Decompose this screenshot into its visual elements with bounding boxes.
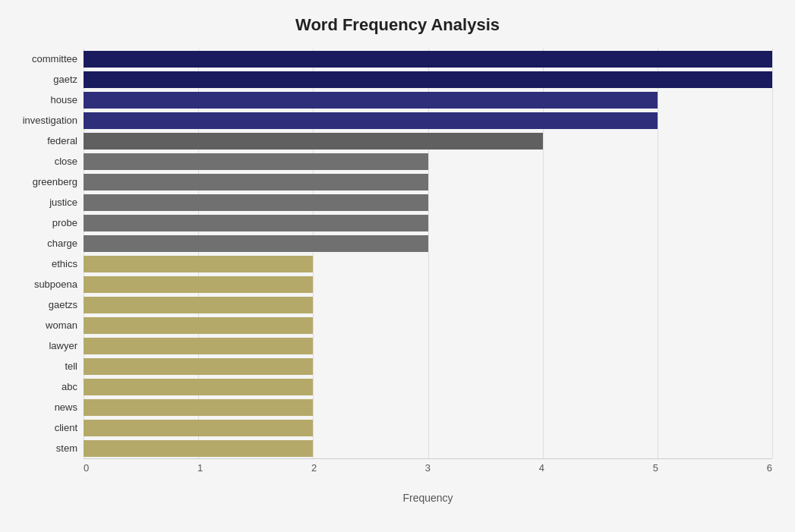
bar bbox=[84, 440, 313, 457]
bar-row: greenberg bbox=[84, 172, 772, 192]
bar-row: probe bbox=[84, 212, 772, 233]
bar-label: greenberg bbox=[5, 176, 77, 187]
x-axis-labels: 0123456 bbox=[84, 459, 772, 474]
chart-container: Word Frequency Analysis committeegaetzho… bbox=[0, 0, 795, 532]
bar-label: woman bbox=[5, 320, 77, 331]
bar bbox=[84, 379, 313, 395]
bar bbox=[84, 420, 313, 436]
bar-row: federal bbox=[84, 131, 772, 151]
bar bbox=[84, 256, 313, 272]
bar-label: subpoena bbox=[5, 279, 77, 290]
bar-row: abc bbox=[84, 376, 772, 397]
bar bbox=[84, 358, 313, 375]
bar-row: stem bbox=[84, 438, 772, 458]
bar-row: gaetzs bbox=[84, 294, 772, 315]
bar bbox=[84, 194, 428, 211]
bar-row: client bbox=[84, 417, 772, 438]
bar-label: probe bbox=[5, 217, 77, 228]
x-axis: 0123456 bbox=[84, 458, 772, 489]
chart-area: committeegaetzhouseinvestigationfederalc… bbox=[84, 49, 772, 489]
bar bbox=[84, 399, 313, 416]
bar-label: house bbox=[5, 94, 77, 105]
bar bbox=[84, 133, 543, 150]
bar-row: subpoena bbox=[84, 274, 772, 294]
x-tick-label: 5 bbox=[653, 462, 658, 474]
bar-label: lawyer bbox=[5, 340, 77, 351]
chart-title: Word Frequency Analysis bbox=[23, 15, 772, 35]
x-tick-label: 6 bbox=[767, 462, 772, 474]
bar-row: close bbox=[84, 151, 772, 172]
bar bbox=[84, 92, 658, 109]
bar-row: gaetz bbox=[84, 69, 772, 90]
bar-label: abc bbox=[5, 381, 77, 392]
bar bbox=[84, 235, 428, 252]
bar bbox=[84, 51, 772, 68]
bar-row: ethics bbox=[84, 253, 772, 274]
bar-label: client bbox=[5, 422, 77, 433]
bar bbox=[84, 71, 772, 88]
bar-label: gaetz bbox=[5, 74, 77, 85]
bar-row: charge bbox=[84, 233, 772, 253]
x-tick-label: 2 bbox=[311, 462, 317, 474]
bar-row: lawyer bbox=[84, 335, 772, 356]
x-tick-label: 1 bbox=[197, 462, 203, 474]
bar-row: house bbox=[84, 90, 772, 110]
bar-label: tell bbox=[5, 360, 77, 372]
bar bbox=[84, 276, 313, 293]
bar-label: stem bbox=[5, 442, 77, 454]
bar-row: woman bbox=[84, 315, 772, 335]
x-tick-label: 3 bbox=[425, 462, 431, 474]
bar-label: investigation bbox=[5, 115, 77, 126]
bar-row: justice bbox=[84, 192, 772, 212]
bar-row: news bbox=[84, 397, 772, 417]
bars-wrapper: committeegaetzhouseinvestigationfederalc… bbox=[84, 49, 772, 458]
bar-label: close bbox=[5, 156, 77, 167]
bar-label: justice bbox=[5, 197, 77, 208]
x-tick-label: 4 bbox=[539, 462, 544, 474]
bar bbox=[84, 112, 658, 129]
bar-label: news bbox=[5, 401, 77, 413]
bar-row: investigation bbox=[84, 110, 772, 131]
bar-label: gaetzs bbox=[5, 299, 77, 310]
x-axis-title: Frequency bbox=[84, 492, 772, 504]
gridline bbox=[772, 49, 773, 458]
bar-label: committee bbox=[5, 53, 77, 65]
bar-row: committee bbox=[84, 49, 772, 69]
bar-row: tell bbox=[84, 356, 772, 376]
bar bbox=[84, 297, 313, 313]
bar-label: ethics bbox=[5, 258, 77, 269]
bar bbox=[84, 153, 428, 170]
x-tick-label: 0 bbox=[84, 462, 89, 474]
bar bbox=[84, 338, 313, 354]
bar bbox=[84, 215, 428, 231]
bar bbox=[84, 174, 428, 190]
bar-label: federal bbox=[5, 135, 77, 146]
bar-label: charge bbox=[5, 238, 77, 249]
bar bbox=[84, 317, 313, 334]
